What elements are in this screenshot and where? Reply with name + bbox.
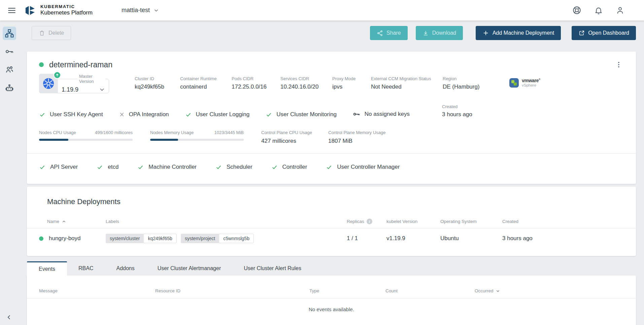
chevron-down-icon — [153, 7, 159, 13]
machine-deployment-name: hungry-boyd — [49, 235, 81, 242]
sidebar-collapse-button[interactable] — [4, 312, 14, 322]
health-label: User Controller Manager — [337, 164, 400, 170]
field-cluster-id: Cluster ID kq249kf65b — [135, 76, 180, 90]
app-header: KUBERMATIC Kubernetes Platform mattia-te… — [0, 0, 644, 21]
field-value: containerd — [180, 84, 232, 90]
check-icon — [185, 111, 192, 118]
sidebar-item-clusters[interactable] — [3, 27, 16, 40]
column-header-operating-system[interactable]: Operating System — [440, 219, 502, 224]
download-button[interactable]: Download — [416, 26, 463, 40]
check-icon — [326, 164, 332, 170]
chevron-down-icon — [496, 289, 500, 293]
field-label: Pods CIDR — [232, 76, 280, 81]
sidebar-item-members[interactable] — [3, 63, 16, 76]
column-header-count[interactable]: Count — [385, 288, 475, 293]
column-header-created[interactable]: Created — [502, 219, 636, 224]
external-link-icon — [578, 30, 585, 36]
tab-user-cluster-alertmanager[interactable]: User Cluster Alertmanager — [146, 261, 233, 275]
created-value: 3 hours ago — [442, 111, 472, 118]
column-header-kubelet-version[interactable]: kubelet Version — [386, 219, 440, 224]
column-header-occurred[interactable]: Occurred — [475, 288, 636, 293]
cp-value: 427 millicores — [261, 138, 312, 144]
master-version-control[interactable]: Master Version 1.19.9 — [39, 74, 109, 93]
ssh-keys-status[interactable]: No assigned keys — [353, 110, 410, 118]
upgrade-available-badge[interactable] — [54, 71, 61, 79]
project-selector[interactable]: mattia-test — [122, 7, 159, 14]
cluster-status-dot — [39, 62, 44, 67]
people-icon — [5, 65, 14, 74]
tab-user-cluster-alert-rules[interactable]: User Cluster Alert Rules — [232, 261, 313, 275]
menu-button[interactable] — [6, 5, 18, 16]
vsphere-icon — [509, 78, 519, 88]
check-icon — [271, 164, 278, 170]
feature-opa-integration: OPA Integration — [119, 111, 169, 118]
check-icon — [137, 164, 144, 170]
tab-rbac[interactable]: RBAC — [67, 261, 105, 275]
control-plane-cpu-usage: Control Plane CPU Usage 427 millicores — [261, 130, 312, 144]
hamburger-icon — [7, 6, 16, 15]
lifebuoy-icon — [572, 6, 581, 15]
usage-label: Nodes Memory Usage — [150, 130, 194, 135]
field-value: 172.25.0.0/16 — [232, 84, 280, 90]
column-header-replicas[interactable]: Replicas i — [347, 219, 386, 224]
field-proxy-mode: Proxy Mode ipvs — [332, 76, 371, 90]
health-api-server: API Server — [39, 164, 78, 170]
column-header-message[interactable]: Message — [39, 288, 155, 293]
x-mark-icon — [119, 112, 125, 117]
open-dashboard-button[interactable]: Open Dashboard — [572, 26, 636, 40]
events-empty-message: No events available. — [27, 298, 636, 312]
check-icon — [39, 111, 45, 118]
provider-reg: ® — [539, 78, 540, 80]
notifications-button[interactable] — [593, 5, 604, 16]
cluster-fields: Cluster ID kq249kf65b Container Runtime … — [135, 74, 505, 90]
main-content: Delete Share Download Add Machine — [19, 21, 644, 325]
field-value: 10.240.16.0/20 — [280, 84, 332, 90]
arrow-up-icon — [55, 73, 59, 77]
add-machine-deployment-button[interactable]: Add Machine Deployment — [476, 26, 561, 40]
created-label: Created — [442, 104, 472, 109]
cp-value: 1807 MiB — [328, 138, 386, 144]
health-label: Machine Controller — [148, 164, 197, 170]
health-label: Scheduler — [227, 164, 252, 170]
share-button[interactable]: Share — [370, 26, 408, 40]
tab-events[interactable]: Events — [27, 261, 67, 275]
brand-line1: KUBERMATIC — [40, 4, 93, 9]
nodes-memory-usage: Nodes Memory Usage 1023/3445 MiB — [150, 130, 244, 141]
info-icon[interactable]: i — [367, 219, 372, 224]
health-scheduler: Scheduler — [215, 164, 252, 170]
cluster-created: Created 3 hours ago — [442, 104, 472, 118]
sidebar-item-ssh-keys[interactable] — [3, 45, 16, 58]
field-container-runtime: Container Runtime containerd — [180, 76, 232, 90]
brand-logo[interactable]: KUBERMATIC Kubernetes Platform — [23, 3, 93, 18]
feature-label: User Cluster Logging — [196, 111, 250, 118]
cluster-name: determined-raman — [49, 60, 112, 69]
health-user-controller-manager: User Controller Manager — [326, 164, 400, 170]
help-button[interactable] — [571, 4, 583, 16]
field-pods-cidr: Pods CIDR 172.25.0.0/16 — [232, 76, 280, 90]
cluster-actions-menu-button[interactable] — [614, 60, 624, 70]
feature-user-cluster-monitoring: User Cluster Monitoring — [266, 111, 337, 118]
clusters-icon — [5, 29, 14, 38]
user-menu-button[interactable] — [614, 5, 626, 16]
feature-label: User Cluster Monitoring — [276, 111, 337, 118]
chip-key: system/project — [181, 234, 219, 243]
progress-fill — [39, 139, 68, 141]
kubelet-version-cell: v1.19.9 — [386, 235, 440, 242]
events-table-header: Message Resource ID Type Count Occurred — [27, 284, 636, 298]
column-header-labels[interactable]: Labels — [106, 219, 347, 224]
column-header-name[interactable]: Name — [27, 219, 106, 224]
sidebar-item-service-accounts[interactable] — [3, 81, 16, 95]
cp-label: Control Plane Memory Usage — [328, 130, 386, 135]
tab-addons[interactable]: Addons — [105, 261, 146, 275]
delete-button[interactable]: Delete — [32, 26, 71, 40]
health-etcd: etcd — [97, 164, 118, 170]
column-header-type[interactable]: Type — [309, 288, 385, 293]
machine-deployment-row[interactable]: hungry-boyd system/cluster kq249kf65b sy… — [27, 228, 636, 249]
provider-name: vmware — [522, 78, 539, 83]
chip-value: c5wnmslg5b — [219, 234, 254, 243]
chip-key: system/cluster — [106, 234, 144, 243]
column-header-resource-id[interactable]: Resource ID — [155, 288, 309, 293]
nodes-cpu-usage: Nodes CPU Usage 499/1600 millicores — [39, 130, 133, 141]
usage-label: Nodes CPU Usage — [39, 130, 76, 135]
machine-deployments-card: Machine Deployments Name Labels Replicas… — [27, 187, 636, 256]
